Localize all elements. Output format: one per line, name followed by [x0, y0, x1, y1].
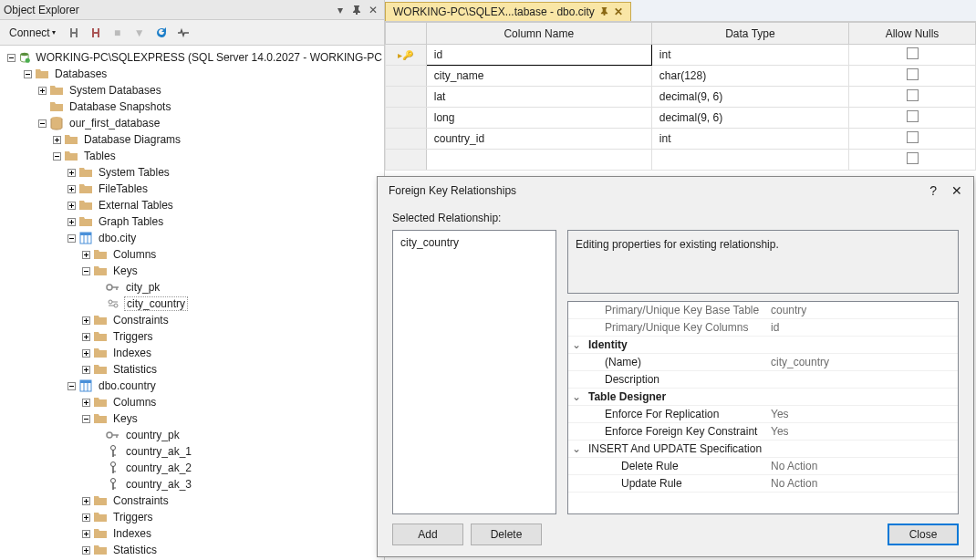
tree-item[interactable]: Statistics [0, 361, 384, 378]
column-header-type[interactable]: Data Type [651, 23, 848, 45]
collapse-icon[interactable] [5, 50, 18, 65]
collapse-icon[interactable] [64, 379, 78, 393]
tree-databases[interactable]: Databases [0, 66, 384, 82]
tree-table-country[interactable]: dbo.country [0, 378, 384, 394]
relationship-list[interactable]: city_country [392, 230, 556, 514]
tree-item[interactable]: System Databases [0, 82, 384, 99]
tree-item[interactable]: Triggers [0, 328, 384, 345]
pin-icon[interactable] [600, 5, 608, 18]
expand-icon[interactable] [78, 395, 93, 410]
tree-database[interactable]: our_first_database [0, 115, 384, 131]
expand-icon[interactable] [78, 543, 93, 557]
relationship-item[interactable]: city_country [397, 234, 552, 251]
add-button[interactable]: Add [392, 524, 463, 545]
tree-key-ak[interactable]: country_ak_2 [0, 460, 384, 476]
collapse-icon[interactable] [78, 264, 93, 278]
dropdown-icon[interactable]: ▾ [333, 3, 348, 17]
expand-icon[interactable] [64, 198, 78, 213]
tree-item[interactable]: Triggers [0, 509, 384, 525]
collapse-icon[interactable]: ⌄ [568, 442, 585, 455]
table-row[interactable]: ▸🔑idint [386, 45, 976, 66]
tree[interactable]: WORKING-PC\SQLEXPRESS (SQL Server 14.0.2… [0, 46, 384, 560]
pin-icon[interactable] [349, 3, 364, 17]
close-icon[interactable]: ✕ [614, 5, 623, 18]
tree-item[interactable]: System Tables [0, 164, 384, 181]
connect-icon[interactable] [67, 26, 81, 40]
activity-icon[interactable] [176, 26, 191, 40]
allow-nulls-checkbox[interactable] [907, 89, 919, 101]
collapse-icon[interactable] [64, 231, 78, 245]
close-icon[interactable]: ✕ [366, 3, 380, 17]
tab-designer[interactable]: WORKING-PC\SQLEX...tabase - dbo.city ✕ [385, 2, 631, 21]
tree-item[interactable]: Indexes [0, 525, 384, 542]
table-row[interactable]: latdecimal(9, 6) [386, 87, 976, 108]
tree-item[interactable]: Database Diagrams [0, 131, 384, 148]
expand-icon[interactable] [78, 526, 93, 541]
expand-icon[interactable] [64, 214, 78, 229]
table-row[interactable]: longdecimal(9, 6) [386, 108, 976, 129]
tree-item[interactable]: Constraints [0, 493, 384, 509]
tree-key-pk[interactable]: country_pk [0, 427, 384, 443]
expand-icon[interactable] [78, 362, 93, 377]
allow-nulls-checkbox[interactable] [907, 110, 919, 122]
table-designer-grid[interactable]: Column Name Data Type Allow Nulls ▸🔑idin… [385, 22, 976, 177]
expand-icon[interactable] [49, 132, 64, 147]
collapse-icon[interactable] [49, 149, 64, 163]
collapse-icon[interactable]: ⌄ [568, 338, 585, 351]
close-button[interactable]: Close [888, 524, 959, 545]
tree-item[interactable]: Statistics [0, 542, 384, 558]
collapse-icon[interactable] [20, 67, 35, 81]
expand-icon[interactable] [78, 313, 93, 327]
allow-nulls-checkbox[interactable] [907, 152, 919, 164]
tree-item[interactable]: Indexes [0, 345, 384, 361]
expand-icon[interactable] [78, 510, 93, 524]
table-row[interactable]: country_idint [386, 129, 976, 150]
expand-icon[interactable] [78, 329, 93, 344]
tree-keys[interactable]: Keys [0, 263, 384, 279]
allow-nulls-checkbox[interactable] [907, 68, 919, 80]
expand-icon[interactable] [78, 247, 93, 262]
tree-item[interactable]: Graph Tables [0, 213, 384, 230]
expand-icon[interactable] [35, 83, 49, 98]
tree-item[interactable]: Columns [0, 394, 384, 410]
tree-item[interactable]: Constraints [0, 312, 384, 328]
table-row-empty[interactable] [386, 150, 976, 171]
tree-key-ak[interactable]: country_ak_3 [0, 476, 384, 493]
close-icon[interactable]: ✕ [951, 183, 962, 198]
table-row[interactable]: city_namechar(128) [386, 66, 976, 87]
stop-icon[interactable]: ■ [110, 26, 125, 40]
disconnect-icon[interactable] [88, 26, 103, 40]
tree-key-ak[interactable]: country_ak_1 [0, 443, 384, 460]
folder-icon [93, 411, 108, 426]
expand-icon[interactable] [64, 181, 78, 196]
delete-button[interactable]: Delete [471, 524, 542, 545]
tree-table-city[interactable]: dbo.city [0, 230, 384, 246]
property-grid[interactable]: Primary/Unique Key Base Tablecountry Pri… [567, 301, 959, 514]
tree-item[interactable]: Columns [0, 246, 384, 263]
expand-icon[interactable] [78, 493, 93, 508]
tree-item[interactable]: FileTables [0, 181, 384, 197]
allow-nulls-checkbox[interactable] [907, 131, 919, 143]
collapse-icon[interactable] [78, 411, 93, 426]
tree-item[interactable]: External Tables [0, 197, 384, 213]
tree-tables[interactable]: Tables [0, 148, 384, 164]
svg-point-44 [114, 304, 118, 307]
tree-keys[interactable]: Keys [0, 410, 384, 427]
allow-nulls-checkbox[interactable] [907, 47, 919, 59]
tree-key-pk[interactable]: city_pk [0, 279, 384, 296]
tree-server[interactable]: WORKING-PC\SQLEXPRESS (SQL Server 14.0.2… [0, 49, 384, 66]
collapse-icon[interactable] [35, 116, 49, 130]
expand-icon[interactable] [64, 165, 78, 180]
folder-icon [93, 247, 108, 262]
tree-key-fk[interactable]: city_country [0, 296, 384, 312]
collapse-icon[interactable]: ⌄ [568, 390, 585, 403]
filter-icon[interactable]: ▼ [132, 26, 147, 40]
tree-item[interactable]: Database Snapshots [0, 99, 384, 115]
refresh-icon[interactable] [154, 26, 169, 40]
connect-button[interactable]: Connect ▾ [5, 25, 59, 41]
help-icon[interactable]: ? [929, 183, 937, 198]
svg-point-40 [107, 285, 112, 290]
column-header-nulls[interactable]: Allow Nulls [849, 23, 976, 45]
expand-icon[interactable] [78, 346, 93, 360]
column-header-name[interactable]: Column Name [426, 23, 651, 45]
